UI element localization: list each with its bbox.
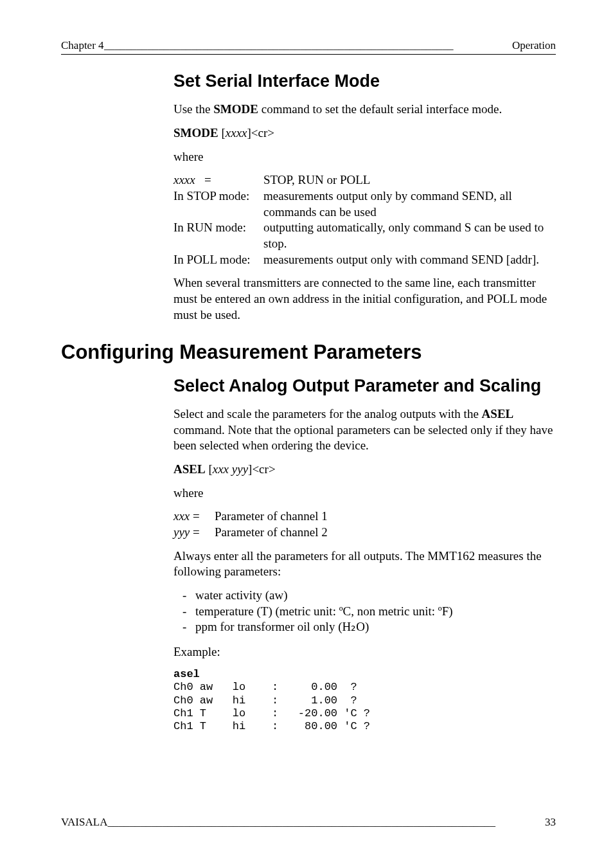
- content-column: Set Serial Interface Mode Use the SMODE …: [173, 70, 556, 734]
- heading-configuring: Configuring Measurement Parameters: [61, 339, 556, 365]
- syntax-cmd: SMODE: [173, 126, 218, 140]
- syntax-cmd: ASEL: [173, 462, 206, 476]
- list-item: ppm for transformer oil only (H₂O): [195, 619, 556, 635]
- asel-params-intro: Always enter all the parameters for all …: [173, 548, 556, 580]
- txt: command to set the default serial interf…: [258, 102, 502, 116]
- page-header: Chapter 4 ______________________________…: [61, 39, 556, 55]
- page-footer: VAISALA ________________________________…: [61, 815, 556, 829]
- heading-asel: Select Analog Output Parameter and Scali…: [173, 375, 556, 397]
- table-row: In POLL mode: measurements output only w…: [173, 252, 556, 268]
- syntax-arg: xxxx: [226, 126, 247, 140]
- smode-syntax: SMODE [xxxx]<cr>: [173, 125, 556, 141]
- list-item: temperature (T) (metric unit: ºC, non me…: [195, 604, 556, 620]
- table-row: xxxx = STOP, RUN or POLL: [173, 172, 556, 188]
- asel-vars-table: xxx = Parameter of channel 1 yyy = Param…: [173, 509, 556, 540]
- syntax-arg: xxx yyy: [213, 462, 248, 476]
- var-val: Parameter of channel 2: [215, 525, 556, 541]
- txt: command. Note that the optional paramete…: [173, 423, 553, 453]
- param-key: xxxx =: [173, 172, 263, 188]
- var-val: Parameter of channel 1: [215, 509, 556, 525]
- txt: ]<cr>: [247, 126, 275, 140]
- eq: =: [190, 525, 199, 539]
- param-list: water activity (aw) temperature (T) (met…: [173, 588, 556, 635]
- param-key: In RUN mode:: [173, 220, 263, 251]
- var-name: yyy: [173, 525, 190, 539]
- asel-intro: Select and scale the parameters for the …: [173, 406, 556, 454]
- page-body: Chapter 4 ______________________________…: [61, 39, 556, 734]
- command-name: ASEL: [482, 407, 514, 420]
- list-item: water activity (aw): [195, 588, 556, 604]
- param-val: STOP, RUN or POLL: [263, 172, 556, 188]
- param-key: In POLL mode:: [173, 252, 263, 268]
- param-key: In STOP mode:: [173, 188, 263, 220]
- var-key: xxx =: [173, 509, 215, 525]
- param-val: measurements output only by command SEND…: [263, 188, 556, 220]
- param-val: measurements output only with command SE…: [263, 252, 556, 268]
- footer-fill: ________________________________________…: [107, 815, 541, 829]
- param-val: outputting automatically, only command S…: [263, 220, 556, 251]
- example-code-block: asel Ch0 aw lo : 0.00 ? Ch0 aw hi : 1.00…: [173, 668, 556, 734]
- header-left: Chapter 4: [61, 39, 104, 53]
- txt: ]<cr>: [248, 462, 276, 476]
- page-number: 33: [541, 815, 556, 829]
- header-right: Operation: [512, 39, 556, 53]
- txt: Use the: [173, 102, 213, 116]
- heading-set-serial: Set Serial Interface Mode: [173, 70, 556, 93]
- txt: [: [218, 126, 226, 140]
- footer-left: VAISALA: [61, 815, 107, 829]
- txt: Select and scale the parameters for the …: [173, 407, 482, 420]
- example-label: Example:: [173, 644, 556, 660]
- where-label-2: where: [173, 485, 556, 502]
- asel-syntax: ASEL [xxx yyy]<cr>: [173, 462, 556, 478]
- smode-params-table: xxxx = STOP, RUN or POLL In STOP mode: m…: [173, 172, 556, 267]
- command-name: SMODE: [213, 102, 258, 116]
- header-fill: ________________________________________…: [104, 39, 512, 53]
- table-row: In RUN mode: outputting automatically, o…: [173, 220, 556, 251]
- serial-intro: Use the SMODE command to set the default…: [173, 102, 556, 118]
- table-row: In STOP mode: measurements output only b…: [173, 188, 556, 220]
- smode-note: When several transmitters are connected …: [173, 275, 556, 323]
- txt: [: [206, 462, 213, 476]
- var-name: xxx: [173, 509, 190, 523]
- where-label: where: [173, 149, 556, 165]
- eq: =: [190, 509, 199, 523]
- table-row: xxx = Parameter of channel 1: [173, 509, 556, 525]
- table-row: yyy = Parameter of channel 2: [173, 525, 556, 541]
- var-key: yyy =: [173, 525, 215, 541]
